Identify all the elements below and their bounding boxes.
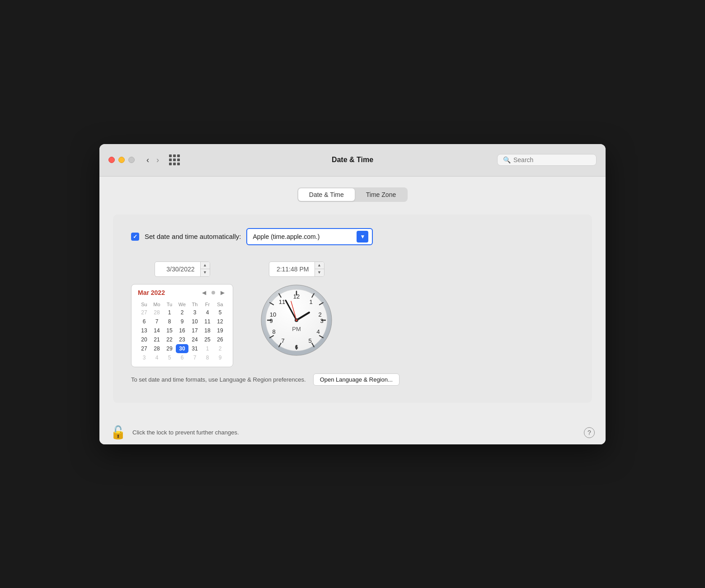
col-mo: Mo <box>150 301 163 308</box>
date-down-button[interactable]: ▼ <box>201 269 210 276</box>
svg-text:3: 3 <box>320 317 323 324</box>
calendar-day[interactable]: 1 <box>201 344 214 353</box>
calendar-day[interactable]: 28 <box>150 344 163 353</box>
search-input[interactable] <box>513 156 591 163</box>
time-down-button[interactable]: ▼ <box>315 269 324 276</box>
calendar-day[interactable]: 3 <box>188 308 201 317</box>
minimize-button[interactable] <box>118 157 125 163</box>
bottom-bar: To set date and time formats, use Langua… <box>131 367 574 389</box>
svg-point-31 <box>296 319 297 321</box>
time-up-button[interactable]: ▲ <box>315 262 324 269</box>
calendar-day[interactable]: 12 <box>214 317 226 326</box>
svg-text:7: 7 <box>281 337 284 344</box>
calendar-day[interactable]: 24 <box>188 335 201 344</box>
close-button[interactable] <box>108 157 115 163</box>
calendar-day[interactable]: 13 <box>138 326 150 335</box>
calendar-day[interactable]: 7 <box>150 317 163 326</box>
titlebar: ‹ › Date & Time 🔍 <box>99 144 606 177</box>
main-row: 3/30/2022 ▲ ▼ Mar 2022 ◀ ▶ <box>131 261 574 367</box>
calendar-day[interactable]: 31 <box>188 344 201 353</box>
calendar-day[interactable]: 27 <box>138 344 150 353</box>
server-dropdown[interactable]: Apple (time.apple.com.) ▼ <box>246 228 373 245</box>
forward-button[interactable]: › <box>154 154 162 166</box>
calendar-day[interactable]: 6 <box>138 317 150 326</box>
open-language-region-button[interactable]: Open Language & Region... <box>313 373 400 386</box>
calendar-day[interactable]: 20 <box>138 335 150 344</box>
calendar-dot <box>212 291 215 294</box>
calendar-day[interactable]: 16 <box>176 326 188 335</box>
time-value[interactable]: 2:11:48 PM <box>269 264 315 275</box>
date-up-button[interactable]: ▲ <box>201 262 210 269</box>
calendar-day[interactable]: 2 <box>176 308 188 317</box>
maximize-button[interactable] <box>128 157 135 163</box>
date-value[interactable]: 3/30/2022 <box>155 264 200 275</box>
auto-checkbox[interactable] <box>131 233 139 241</box>
calendar-day[interactable]: 27 <box>138 308 150 317</box>
calendar-day[interactable]: 25 <box>201 335 214 344</box>
calendar-day[interactable]: 30 <box>176 344 188 353</box>
calendar-day[interactable]: 4 <box>150 353 163 362</box>
lock-text: Click the lock to prevent further change… <box>132 429 239 436</box>
tab-bar: Date & Time Time Zone <box>113 187 592 202</box>
col-su: Su <box>138 301 150 308</box>
help-button[interactable]: ? <box>584 427 595 438</box>
calendar-grid: Su Mo Tu We Th Fr Sa 2728123456 <box>138 301 226 362</box>
calendar-day[interactable]: 23 <box>176 335 188 344</box>
main-window: ‹ › Date & Time 🔍 Date & Time Time Zone <box>99 144 606 444</box>
calendar-day[interactable]: 8 <box>163 317 176 326</box>
calendar-day[interactable]: 11 <box>201 317 214 326</box>
grid-icon[interactable] <box>169 154 180 165</box>
calendar-day[interactable]: 28 <box>150 308 163 317</box>
svg-text:2: 2 <box>318 311 321 318</box>
search-box[interactable]: 🔍 <box>497 154 597 166</box>
tab-time-zone[interactable]: Time Zone <box>355 188 407 201</box>
calendar-header: Mar 2022 ◀ ▶ <box>138 289 226 296</box>
calendar-day[interactable]: 3 <box>138 353 150 362</box>
calendar-day[interactable]: 10 <box>188 317 201 326</box>
calendar-day[interactable]: 15 <box>163 326 176 335</box>
calendar-prev-button[interactable]: ◀ <box>200 289 208 296</box>
clock-face: 12 1 2 3 4 5 6 7 8 9 10 11 <box>260 284 333 356</box>
calendar-day[interactable]: 8 <box>201 353 214 362</box>
time-stepper: 2:11:48 PM ▲ ▼ <box>269 261 324 277</box>
calendar-day[interactable]: 5 <box>163 353 176 362</box>
svg-text:1: 1 <box>309 299 312 305</box>
calendar-day[interactable]: 2 <box>214 344 226 353</box>
calendar-day[interactable]: 22 <box>163 335 176 344</box>
calendar-day[interactable]: 29 <box>163 344 176 353</box>
col-we: We <box>176 301 188 308</box>
calendar-day[interactable]: 1 <box>163 308 176 317</box>
back-button[interactable]: ‹ <box>144 154 152 166</box>
svg-text:12: 12 <box>293 293 300 300</box>
calendar-day[interactable]: 17 <box>188 326 201 335</box>
col-tu: Tu <box>163 301 176 308</box>
calendar-next-button[interactable]: ▶ <box>219 289 226 296</box>
tab-container: Date & Time Time Zone <box>297 187 408 202</box>
calendar-day[interactable]: 26 <box>214 335 226 344</box>
calendar-day[interactable]: 21 <box>150 335 163 344</box>
bottom-bar-text: To set date and time formats, use Langua… <box>131 376 306 383</box>
calendar: Mar 2022 ◀ ▶ Su Mo Tu We <box>131 284 233 367</box>
calendar-day[interactable]: 4 <box>201 308 214 317</box>
clock-section: 2:11:48 PM ▲ ▼ <box>260 261 333 356</box>
svg-text:4: 4 <box>316 328 320 335</box>
lock-icon[interactable]: 🔓 <box>110 426 126 439</box>
calendar-day[interactable]: 9 <box>214 353 226 362</box>
calendar-day[interactable]: 7 <box>188 353 201 362</box>
calendar-day[interactable]: 6 <box>176 353 188 362</box>
calendar-day[interactable]: 18 <box>201 326 214 335</box>
calendar-day[interactable]: 9 <box>176 317 188 326</box>
date-input-row: 3/30/2022 ▲ ▼ <box>155 261 210 277</box>
traffic-lights <box>108 157 135 163</box>
calendar-day[interactable]: 19 <box>214 326 226 335</box>
svg-text:11: 11 <box>279 299 285 305</box>
svg-text:5: 5 <box>308 337 311 344</box>
calendar-day[interactable]: 5 <box>214 308 226 317</box>
svg-text:9: 9 <box>269 317 273 324</box>
auto-setting-row: Set date and time automatically: Apple (… <box>131 228 574 245</box>
clock-svg: 12 1 2 3 4 5 6 7 8 9 10 11 <box>260 284 333 356</box>
calendar-day[interactable]: 14 <box>150 326 163 335</box>
tab-date-time[interactable]: Date & Time <box>298 188 355 201</box>
search-icon: 🔍 <box>503 156 511 163</box>
inner-panel: Set date and time automatically: Apple (… <box>113 215 592 403</box>
